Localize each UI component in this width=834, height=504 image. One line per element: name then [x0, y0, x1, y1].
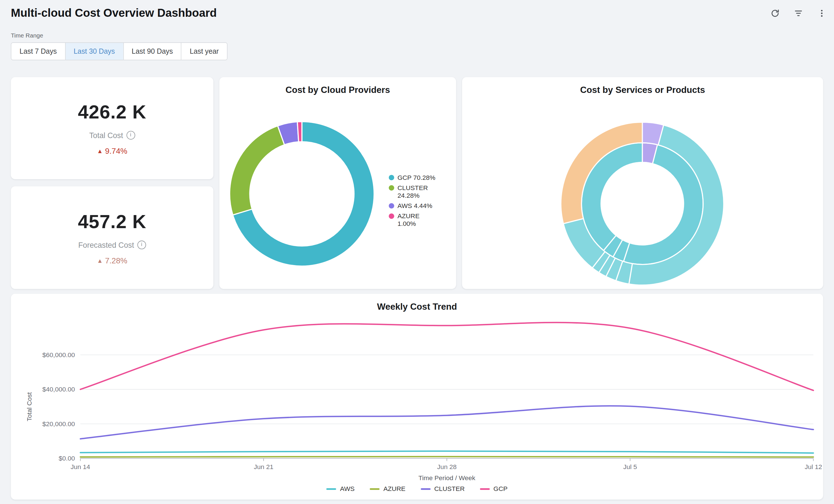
y-axis-title: Total Cost: [26, 392, 33, 421]
legend-label: GCP: [493, 485, 508, 492]
legend-label: AZURE 1.00%: [397, 212, 439, 227]
legend-label: CLUSTER 24.28%: [397, 184, 439, 199]
x-tick-label: Jun 28: [437, 463, 457, 470]
legend-item-azure[interactable]: AZURE 1.00%: [389, 212, 439, 227]
legend-dot-icon: [389, 213, 394, 219]
x-tick-label: Jul 12: [805, 463, 822, 470]
kebab-menu-icon[interactable]: [817, 9, 826, 18]
legend-dot-icon: [389, 185, 394, 191]
cost-by-services-card: Cost by Services or Products: [462, 77, 823, 289]
kpi-delta-text: 7.28%: [105, 256, 128, 265]
info-icon[interactable]: i: [126, 131, 135, 140]
trend-line-aws[interactable]: [81, 451, 813, 453]
time-range-button-last-year[interactable]: Last year: [181, 43, 227, 60]
legend-label: AWS 4.44%: [397, 202, 432, 210]
trend-line-azure[interactable]: [81, 457, 813, 457]
legend-item-aws[interactable]: AWS 4.44%: [389, 202, 439, 210]
legend-line-icon: [370, 488, 379, 489]
dashboard: Multi-cloud Cost Overview Dashboard Time…: [0, 0, 834, 504]
triangle-up-icon: ▲: [97, 257, 103, 264]
time-range-button-last-90-days[interactable]: Last 90 Days: [123, 43, 181, 60]
legend-item-cluster[interactable]: CLUSTER: [421, 485, 465, 492]
legend-item-gcp[interactable]: GCP: [480, 485, 508, 492]
x-tick-label: Jun 14: [70, 463, 90, 470]
time-range-group: Last 7 DaysLast 30 DaysLast 90 DaysLast …: [11, 42, 227, 60]
time-range-label: Time Range: [11, 32, 43, 39]
y-tick-label: $40,000.00: [42, 386, 75, 393]
legend-dot-icon: [389, 203, 394, 209]
legend-label: CLUSTER: [434, 485, 465, 492]
donut-segment-cluster[interactable]: [230, 126, 285, 215]
kpi-label-text: Forecasted Cost: [79, 240, 134, 249]
weekly-cost-trend-card: Weekly Cost Trend $0.00$20,000.00$40,000…: [11, 294, 823, 500]
info-icon[interactable]: i: [137, 240, 146, 249]
trend-line-cluster[interactable]: [81, 406, 813, 439]
weekly-cost-trend-chart[interactable]: $0.00$20,000.00$40,000.00$60,000.00Jun 1…: [11, 294, 823, 500]
legend-line-icon: [480, 488, 489, 489]
legend-line-icon: [326, 488, 336, 489]
legend-label: AWS: [340, 485, 354, 492]
y-tick-label: $20,000.00: [42, 420, 75, 428]
donut-legend: GCP 70.28%CLUSTER 24.28%AWS 4.44%AZURE 1…: [389, 174, 439, 231]
services-sunburst-chart[interactable]: [462, 77, 823, 289]
total-cost-label: Total Cost i: [89, 131, 135, 140]
forecasted-cost-label: Forecasted Cost i: [79, 240, 146, 249]
kpi-delta-text: 9.74%: [105, 147, 128, 155]
total-cost-card: 426.2 K Total Cost i ▲ 9.74%: [11, 77, 213, 179]
time-range-button-last-30-days[interactable]: Last 30 Days: [65, 43, 123, 60]
legend-dot-icon: [389, 175, 394, 180]
legend-item-aws[interactable]: AWS: [326, 485, 354, 492]
page-title: Multi-cloud Cost Overview Dashboard: [11, 6, 217, 20]
x-axis-title: Time Period / Week: [418, 474, 476, 482]
triangle-up-icon: ▲: [97, 148, 103, 154]
forecasted-cost-delta: ▲ 7.28%: [97, 256, 127, 265]
header-toolbar: [770, 9, 826, 18]
refresh-icon[interactable]: [770, 9, 780, 18]
forecasted-cost-card: 457.2 K Forecasted Cost i ▲ 7.28%: [11, 187, 213, 289]
trend-line-gcp[interactable]: [81, 323, 813, 390]
total-cost-delta: ▲ 9.74%: [97, 147, 127, 155]
legend-label: GCP 70.28%: [397, 174, 435, 181]
forecasted-cost-value: 457.2 K: [78, 211, 146, 232]
total-cost-value: 426.2 K: [78, 101, 146, 123]
y-tick-label: $60,000.00: [42, 351, 75, 358]
time-range-button-last-7-days[interactable]: Last 7 Days: [12, 43, 65, 60]
x-tick-label: Jul 5: [623, 463, 637, 470]
y-tick-label: $0.00: [59, 455, 75, 462]
legend-item-gcp[interactable]: GCP 70.28%: [389, 174, 439, 181]
trend-legend: AWSAZURECLUSTERGCP: [11, 485, 823, 492]
donut-segment-azure[interactable]: [298, 122, 302, 142]
legend-line-icon: [421, 488, 430, 489]
kpi-label-text: Total Cost: [89, 131, 123, 140]
legend-item-azure[interactable]: AZURE: [370, 485, 405, 492]
cost-by-cloud-providers-card: Cost by Cloud Providers GCP 70.28%CLUSTE…: [219, 77, 456, 289]
filter-icon[interactable]: [794, 9, 803, 18]
x-tick-label: Jun 21: [254, 463, 273, 470]
legend-label: AZURE: [383, 485, 405, 492]
legend-item-cluster[interactable]: CLUSTER 24.28%: [389, 184, 439, 199]
